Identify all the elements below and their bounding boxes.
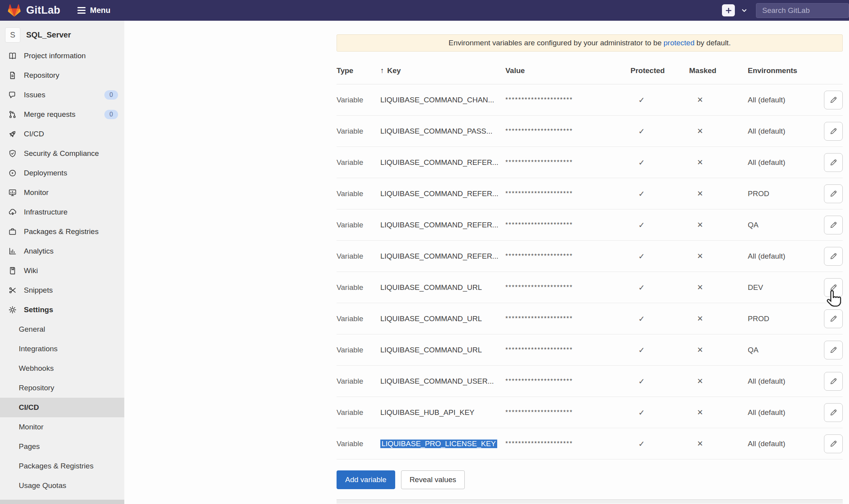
masked-x-icon: ✕ — [689, 283, 703, 292]
settings-subitem-general[interactable]: General — [0, 320, 124, 339]
masked-x-icon: ✕ — [689, 345, 703, 354]
sidebar-item-label: Monitor — [24, 188, 48, 197]
sidebar-item-deployments[interactable]: Deployments — [0, 163, 124, 183]
settings-subitem-webhooks[interactable]: Webhooks — [0, 359, 124, 378]
settings-subitem-repository[interactable]: Repository — [0, 378, 124, 398]
variable-row: Variable LIQUIBASE_HUB_API_KEY *********… — [337, 397, 843, 428]
column-header-key[interactable]: ↑Key — [380, 66, 505, 75]
row-masked-value: ********************* — [505, 347, 630, 354]
edit-variable-button[interactable] — [824, 184, 843, 203]
admin-notice-banner: Environment variables are configured by … — [337, 34, 843, 52]
sidebar-item-analytics[interactable]: Analytics — [0, 241, 124, 261]
row-environments: All (default) — [748, 158, 821, 167]
masked-x-icon: ✕ — [689, 95, 703, 104]
sidebar-item-project-information[interactable]: Project information — [0, 46, 124, 66]
column-header-type: Type — [337, 66, 380, 75]
scissors-icon — [8, 286, 18, 295]
edit-variable-button[interactable] — [824, 403, 843, 422]
sidebar-item-label: Merge requests — [24, 110, 75, 119]
row-environments: QA — [748, 221, 821, 229]
settings-subitem-ci-cd[interactable]: CI/CD — [0, 398, 124, 417]
sidebar-item-security-compliance[interactable]: Security & Compliance — [0, 144, 124, 163]
sidebar-item-label: Security & Compliance — [24, 149, 99, 158]
row-key: LIQUIBASE_COMMAND_REFER... — [380, 252, 505, 261]
row-key: LIQUIBASE_COMMAND_CHAN... — [380, 96, 505, 104]
add-variable-button[interactable]: Add variable — [337, 470, 395, 489]
masked-x-icon: ✕ — [689, 408, 703, 417]
sidebar-item-ci-cd[interactable]: CI/CD — [0, 124, 124, 144]
gitlab-home-link[interactable]: GitLab — [7, 4, 60, 17]
row-type: Variable — [337, 408, 380, 417]
sidebar-item-infrastructure[interactable]: Infrastructure — [0, 202, 124, 222]
protected-check-icon: ✓ — [630, 127, 645, 136]
settings-subitem-pages[interactable]: Pages — [0, 437, 124, 456]
sidebar-item-settings[interactable]: Settings — [0, 300, 124, 320]
sidebar-item-wiki[interactable]: Wiki — [0, 261, 124, 281]
sort-ascending-icon: ↑ — [380, 66, 384, 75]
project-switcher[interactable]: S SQL_Server — [0, 21, 124, 46]
chevron-down-icon[interactable] — [741, 7, 748, 14]
row-environments: All (default) — [748, 127, 821, 136]
new-item-button[interactable] — [722, 4, 735, 16]
edit-variable-button[interactable] — [824, 372, 843, 391]
sidebar-item-snippets[interactable]: Snippets — [0, 281, 124, 300]
masked-x-icon: ✕ — [689, 252, 703, 261]
edit-variable-button[interactable] — [824, 278, 843, 297]
row-key: LIQUIBASE_COMMAND_URL — [380, 346, 505, 354]
sidebar-item-monitor[interactable]: Monitor — [0, 183, 124, 202]
cloud-gear-icon — [8, 208, 18, 216]
edit-variable-button[interactable] — [824, 247, 843, 266]
edit-variable-button[interactable] — [824, 309, 843, 328]
sidebar-item-label: Infrastructure — [24, 208, 68, 216]
sidebar-item-merge-requests[interactable]: Merge requests 0 — [0, 105, 124, 124]
masked-x-icon: ✕ — [689, 158, 703, 167]
settings-subitem-monitor[interactable]: Monitor — [0, 417, 124, 437]
row-key: LIQUIBASE_COMMAND_URL — [380, 283, 505, 292]
settings-subitem-packages-registries[interactable]: Packages & Registries — [0, 456, 124, 476]
reveal-values-button[interactable]: Reveal values — [401, 470, 465, 489]
sidebar-item-label: Settings — [24, 306, 53, 314]
sidebar-item-issues[interactable]: Issues 0 — [0, 85, 124, 105]
edit-variable-button[interactable] — [824, 341, 843, 359]
sidebar-item-packages-registries[interactable]: Packages & Registries — [0, 222, 124, 241]
column-header-protected: Protected — [630, 66, 689, 75]
edit-variable-button[interactable] — [824, 434, 843, 453]
settings-subitem-integrations[interactable]: Integrations — [0, 339, 124, 359]
row-type: Variable — [337, 96, 380, 104]
pencil-icon — [829, 158, 838, 167]
masked-x-icon: ✕ — [689, 220, 703, 229]
variable-row: Variable LIQUIBASE_COMMAND_CHAN... *****… — [337, 84, 843, 116]
pencil-icon — [829, 221, 838, 229]
masked-x-icon: ✕ — [689, 377, 703, 386]
protected-link[interactable]: protected — [664, 39, 695, 47]
sidebar-item-label: Issues — [24, 91, 45, 99]
edit-variable-button[interactable] — [824, 122, 843, 141]
row-key: LIQUIBASE_COMMAND_URL — [380, 315, 505, 323]
gear-icon — [8, 306, 18, 314]
row-environments: All (default) — [748, 377, 821, 386]
variable-row: Variable LIQUIBASE_COMMAND_PASS... *****… — [337, 116, 843, 147]
row-environments: DEV — [748, 283, 821, 292]
count-badge: 0 — [104, 110, 118, 119]
edit-variable-button[interactable] — [824, 153, 843, 172]
edit-variable-button[interactable] — [824, 91, 843, 109]
sidebar-item-repository[interactable]: Repository — [0, 66, 124, 85]
row-masked-value: ********************* — [505, 315, 630, 322]
section-divider — [337, 499, 843, 504]
variable-row: Variable LIQUIBASE_COMMAND_USER... *****… — [337, 366, 843, 397]
row-type: Variable — [337, 315, 380, 323]
deployments-icon — [8, 169, 18, 177]
row-environments: PROD — [748, 315, 821, 323]
row-environments: QA — [748, 346, 821, 354]
edit-variable-button[interactable] — [824, 216, 843, 234]
protected-check-icon: ✓ — [630, 95, 645, 105]
pencil-icon — [829, 408, 838, 417]
row-environments: All (default) — [748, 408, 821, 417]
settings-subitem-usage-quotas[interactable]: Usage Quotas — [0, 476, 124, 495]
protected-check-icon: ✓ — [630, 439, 645, 449]
protected-check-icon: ✓ — [630, 220, 645, 230]
sidebar-item-label: Analytics — [24, 247, 54, 256]
menu-button[interactable]: Menu — [77, 6, 110, 15]
search-input[interactable] — [756, 3, 849, 18]
shield-icon — [8, 149, 18, 158]
